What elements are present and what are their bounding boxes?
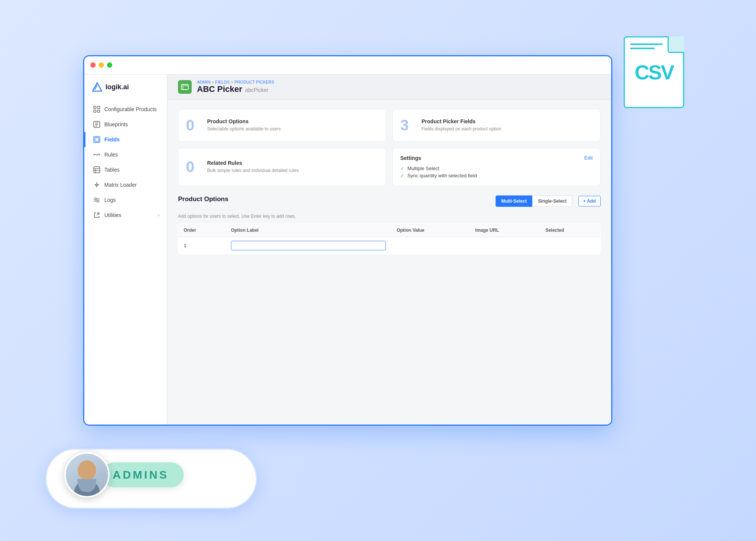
cell-order: 1 — [178, 237, 226, 254]
csv-doc-body: CSV — [624, 36, 684, 108]
sidebar-label-rules: Rules — [104, 152, 118, 158]
sidebar-label-logs: Logs — [104, 197, 116, 203]
svg-rect-3 — [98, 106, 100, 109]
csv-line-2 — [630, 48, 655, 49]
grid-icon — [93, 105, 101, 113]
stat-title-product-picker-fields: Product Picker Fields — [421, 118, 501, 124]
sidebar-item-utilities[interactable]: Utilities › — [84, 208, 167, 223]
settings-item-sync-quantity: ✓ Sync quantity with selected field — [400, 172, 593, 179]
table-row: 1 — [178, 237, 601, 254]
admin-badge-area: ADMINS — [64, 452, 184, 498]
stat-card-related-rules[interactable]: 0 Related Rules Bulk simple rules and in… — [178, 148, 386, 186]
sidebar-item-blueprints[interactable]: Blueprints — [84, 117, 167, 132]
breadcrumb-product-pickers[interactable]: PRODUCT PICKERS — [234, 80, 274, 84]
sidebar-label-utilities: Utilities — [104, 212, 121, 218]
stat-info-product-options: Product Options Selectable options avail… — [207, 118, 281, 132]
blueprint-icon — [93, 121, 101, 128]
svg-rect-5 — [98, 110, 100, 112]
utilities-icon — [93, 211, 101, 219]
top-controls: Multi-Select Single-Select + Add — [496, 195, 601, 207]
cell-option-value — [391, 237, 470, 254]
admin-pill: ADMINS — [102, 462, 184, 487]
sidebar-item-tables[interactable]: Tables — [84, 162, 167, 177]
sidebar-label-fields: Fields — [104, 136, 119, 143]
svg-marker-0 — [93, 83, 102, 91]
utilities-expand-icon: › — [158, 212, 160, 218]
breadcrumb: ADMIN > FIELDS > PRODUCT PICKERS — [197, 80, 274, 84]
svg-point-23 — [78, 460, 96, 480]
table-body: 1 — [178, 237, 601, 254]
option-label-input[interactable] — [231, 241, 386, 250]
single-select-button[interactable]: Single-Select — [532, 195, 572, 207]
sidebar-label-matrix-loader: Matrix Loader — [104, 182, 137, 188]
logo-icon — [92, 82, 102, 93]
product-options-title: Product Options — [178, 195, 228, 203]
field-icon — [93, 136, 101, 143]
rules-icon — [93, 151, 101, 158]
browser-window: logik.ai Configurable Products Blueprint… — [83, 55, 612, 426]
csv-corner — [668, 36, 684, 53]
stat-number-related-rules: 0 — [186, 158, 201, 175]
sidebar-item-matrix-loader[interactable]: Matrix Loader — [84, 177, 167, 192]
breadcrumb-admin[interactable]: ADMIN — [197, 80, 210, 84]
sidebar: logik.ai Configurable Products Blueprint… — [84, 74, 167, 425]
checkmark-icon: ✓ — [400, 166, 404, 171]
stat-card-product-options[interactable]: 0 Product Options Selectable options ava… — [178, 109, 386, 142]
select-type-toggle: Multi-Select Single-Select — [496, 195, 572, 207]
stat-desc-related-rules: Bulk simple rules and individual detaile… — [207, 167, 299, 174]
col-image-url: Image URL — [470, 223, 540, 237]
svg-rect-2 — [94, 106, 96, 109]
browser-titlebar — [84, 56, 611, 74]
product-options-table: Order Option Label Option Value Image UR… — [178, 223, 601, 254]
traffic-lights — [90, 62, 112, 68]
browser-content: logik.ai Configurable Products Blueprint… — [84, 74, 611, 425]
stat-info-related-rules: Related Rules Bulk simple rules and indi… — [207, 160, 299, 174]
sidebar-item-rules[interactable]: Rules — [84, 147, 167, 162]
header-text: ADMIN > FIELDS > PRODUCT PICKERS ABC Pic… — [197, 80, 274, 94]
logo: logik.ai — [84, 82, 167, 102]
page-header: ADMIN > FIELDS > PRODUCT PICKERS ABC Pic… — [167, 74, 611, 100]
table-header: Order Option Label Option Value Image UR… — [178, 223, 601, 237]
logo-text: logik.ai — [105, 83, 129, 91]
sidebar-item-logs[interactable]: Logs — [84, 192, 167, 208]
svg-rect-19 — [181, 84, 188, 90]
admin-pill-text: ADMINS — [113, 468, 169, 481]
sidebar-label-blueprints: Blueprints — [104, 121, 128, 127]
svg-rect-11 — [95, 138, 99, 141]
close-button[interactable] — [90, 62, 96, 68]
sidebar-item-configurable-products[interactable]: Configurable Products — [84, 102, 167, 117]
svg-rect-14 — [94, 167, 100, 173]
settings-edit-button[interactable]: Edit — [584, 155, 593, 161]
settings-title: Settings — [400, 155, 421, 161]
table-header-row: Order Option Label Option Value Image UR… — [178, 223, 601, 237]
minimize-button[interactable] — [99, 62, 104, 68]
page-subtitle: abcPicker — [245, 87, 268, 93]
breadcrumb-fields[interactable]: FIELDS — [215, 80, 230, 84]
sidebar-item-fields[interactable]: Fields — [84, 132, 167, 147]
page-title: ABC Picker — [197, 84, 242, 94]
maximize-button[interactable] — [107, 62, 112, 68]
svg-rect-4 — [94, 110, 96, 112]
cell-image-url — [470, 237, 540, 254]
csv-text: CSV — [635, 60, 673, 84]
stat-desc-product-options: Selectable options available to users — [207, 126, 281, 132]
tables-icon — [93, 166, 101, 174]
sidebar-label-tables: Tables — [104, 167, 119, 173]
cell-selected — [540, 237, 601, 254]
settings-card: Settings Edit ✓ Multiple Select ✓ Sync q… — [392, 148, 601, 186]
sidebar-label-configurable-products: Configurable Products — [104, 106, 157, 112]
logs-icon — [93, 196, 101, 204]
stat-card-product-picker-fields[interactable]: 3 Product Picker Fields Fields displayed… — [392, 109, 601, 142]
stat-number-product-picker-fields: 3 — [400, 117, 415, 134]
cell-option-label[interactable] — [226, 237, 392, 254]
col-option-label: Option Label — [226, 223, 392, 237]
svg-point-13 — [99, 154, 100, 155]
settings-header: Settings Edit — [400, 155, 593, 161]
stat-info-product-picker-fields: Product Picker Fields Fields displayed o… — [421, 118, 501, 132]
page-title-row: ABC Picker abcPicker — [197, 84, 274, 94]
stat-desc-product-picker-fields: Fields displayed on each product option — [421, 126, 501, 132]
svg-point-12 — [94, 154, 95, 155]
multi-select-button[interactable]: Multi-Select — [496, 195, 532, 207]
col-option-value: Option Value — [391, 223, 470, 237]
add-row-button[interactable]: + Add — [578, 196, 601, 206]
